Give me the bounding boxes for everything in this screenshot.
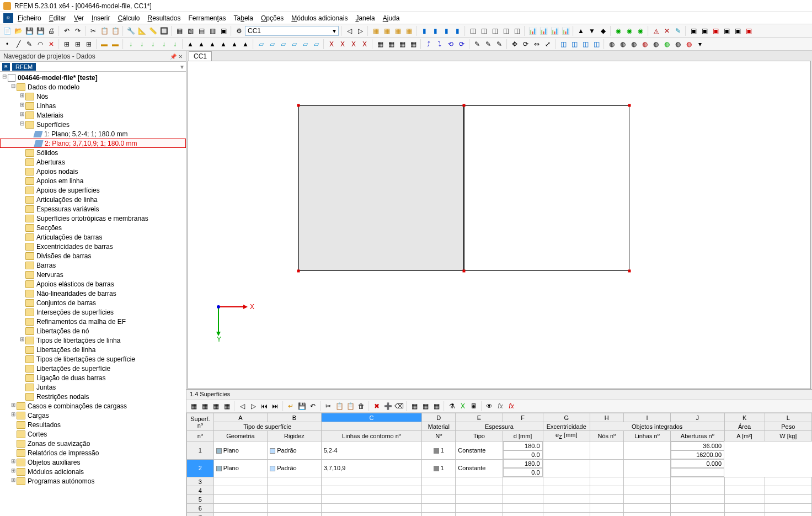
cell[interactable]: 0.0: [503, 468, 543, 477]
col-letter[interactable]: I: [623, 413, 670, 422]
col-letter[interactable]: A: [213, 413, 267, 422]
tree-item[interactable]: ⊞Linhas: [0, 101, 186, 110]
view-tab-cc1[interactable]: CC1: [189, 51, 212, 61]
tree-surface-2[interactable]: 2: Plano; 3,7,10,9; 1; 180.0 mm: [0, 139, 186, 148]
surf-1-icon[interactable]: ▱: [256, 39, 266, 49]
tbl-undo-icon[interactable]: ↶: [308, 401, 318, 411]
result-b-icon[interactable]: ▮: [430, 26, 440, 36]
misc-2-icon[interactable]: ◍: [618, 39, 628, 49]
redo-icon[interactable]: ↷: [73, 26, 83, 36]
app-menu-icon[interactable]: R: [3, 13, 13, 23]
support-6-icon[interactable]: ▲: [241, 39, 250, 49]
tbl-copy-icon[interactable]: 📋: [334, 401, 344, 411]
cell[interactable]: [671, 468, 724, 477]
undo-icon[interactable]: ↶: [62, 26, 72, 36]
tree-item[interactable]: Libertações de nó: [0, 326, 186, 336]
save-icon[interactable]: 💾: [24, 26, 34, 36]
tbl-cut-icon[interactable]: ✂: [323, 401, 333, 411]
view-5-icon[interactable]: ◫: [512, 26, 522, 36]
tbl-apply-icon[interactable]: ↵: [286, 401, 296, 411]
cell[interactable]: [590, 441, 623, 460]
surf-4-icon[interactable]: ▱: [289, 39, 299, 49]
tree-dados-modelo[interactable]: ⊟Dados do modelo: [0, 82, 186, 92]
tree-item[interactable]: Interseções de superfícies: [0, 307, 186, 317]
cell[interactable]: 5,2-4: [321, 441, 422, 460]
load-2-icon[interactable]: ↓: [137, 39, 147, 49]
anno-icon[interactable]: ✎: [673, 26, 683, 36]
measure-icon[interactable]: ◬: [651, 26, 661, 36]
misc-9-icon[interactable]: ▾: [695, 39, 705, 49]
tree-item[interactable]: Espessuras variáveis: [0, 204, 186, 214]
tree-item[interactable]: Zonas de suavização: [0, 439, 186, 448]
support-1-icon[interactable]: ▲: [185, 39, 195, 49]
surface-1-rect[interactable]: [298, 105, 464, 271]
chart-1-icon[interactable]: 📊: [527, 26, 537, 36]
edit-3-icon[interactable]: ✎: [494, 39, 504, 49]
tbl-a-icon[interactable]: ▦: [189, 401, 199, 411]
ext-2-icon[interactable]: ▣: [699, 26, 709, 36]
grid-3-icon[interactable]: ▦: [397, 39, 407, 49]
tree-item[interactable]: Articulações de linha: [0, 195, 186, 204]
support-5-icon[interactable]: ▲: [229, 39, 239, 49]
edit-2-icon[interactable]: ✎: [483, 39, 493, 49]
menu-opcoes[interactable]: Opções: [258, 13, 287, 23]
view-3-icon[interactable]: ◫: [490, 26, 500, 36]
grid-1-icon[interactable]: ▦: [375, 39, 385, 49]
cell[interactable]: [590, 459, 623, 477]
tree-item[interactable]: Apoios de superfícies: [0, 185, 186, 195]
surf-5-icon[interactable]: ▱: [300, 39, 310, 49]
cell[interactable]: Padrão: [268, 459, 321, 477]
view-y-icon[interactable]: ▦: [393, 26, 403, 36]
grid-4-icon[interactable]: ▦: [408, 39, 418, 49]
tree-item[interactable]: Não-linearidades de barras: [0, 289, 186, 298]
cell[interactable]: [623, 459, 670, 477]
menu-calculo[interactable]: Cálculo: [114, 13, 143, 23]
tree-item[interactable]: ⊞Módulos adicionais: [0, 467, 186, 476]
tree-item[interactable]: Refinamentos da malha de EF: [0, 317, 186, 326]
open-icon[interactable]: 📂: [13, 26, 23, 36]
draw-poly-icon[interactable]: ✎: [24, 39, 34, 49]
tbl-nav4-icon[interactable]: ⏭: [270, 401, 280, 411]
cell[interactable]: 0.0: [503, 450, 543, 459]
saveas-icon[interactable]: 💾: [35, 26, 45, 36]
cell[interactable]: 1: [422, 441, 456, 460]
misc-8-icon[interactable]: ◍: [684, 39, 694, 49]
cell[interactable]: 16200.00: [671, 450, 724, 459]
cell[interactable]: Plano: [213, 459, 267, 477]
tbl-nav3-icon[interactable]: ⏮: [259, 401, 269, 411]
node[interactable]: [628, 104, 631, 107]
ax-2-icon[interactable]: ⤵: [435, 39, 445, 49]
node[interactable]: [628, 270, 631, 273]
tree-item[interactable]: Relatórios de impressão: [0, 448, 186, 458]
view-x-icon[interactable]: ▦: [382, 26, 392, 36]
col-letter[interactable]: H: [590, 413, 623, 422]
hdr-tipo-sup[interactable]: Tipo de superfície: [213, 422, 321, 431]
col-letter[interactable]: B: [268, 413, 321, 422]
hdr-material[interactable]: Material: [422, 422, 456, 431]
view-z-icon[interactable]: ▦: [404, 26, 414, 36]
tree-item[interactable]: Ligação de duas barras: [0, 373, 186, 382]
hdr-exc[interactable]: Excentricidade: [543, 422, 590, 431]
cell[interactable]: [543, 459, 590, 477]
hdr-obj[interactable]: Objetos integrados: [590, 422, 724, 431]
menu-ajuda[interactable]: Ajuda: [380, 13, 403, 23]
tbl-excel-icon[interactable]: X: [458, 401, 468, 411]
cell[interactable]: 1: [422, 459, 456, 477]
view-iso-icon[interactable]: ▦: [371, 26, 381, 36]
move-icon[interactable]: ✥: [510, 39, 520, 49]
support-4-icon[interactable]: ▲: [218, 39, 228, 49]
tool-c-icon[interactable]: 📏: [148, 26, 158, 36]
ext-4-icon[interactable]: ▣: [722, 26, 731, 36]
node[interactable]: [297, 270, 300, 273]
rfem-root[interactable]: R RFEM ▾: [0, 62, 186, 72]
fx-icon[interactable]: fx: [495, 401, 505, 411]
sec-1-icon[interactable]: ◉: [613, 26, 623, 36]
member-1-icon[interactable]: ▬: [99, 39, 109, 49]
num-4-icon[interactable]: X: [360, 39, 370, 49]
tbl-b-icon[interactable]: ▦: [200, 401, 210, 411]
cell[interactable]: 180.0: [503, 441, 543, 450]
col-letter[interactable]: E: [456, 413, 503, 422]
window-full-icon[interactable]: ▣: [218, 26, 228, 36]
tbl-del-icon[interactable]: 🗑: [356, 401, 366, 411]
col-letter[interactable]: C: [321, 413, 422, 422]
